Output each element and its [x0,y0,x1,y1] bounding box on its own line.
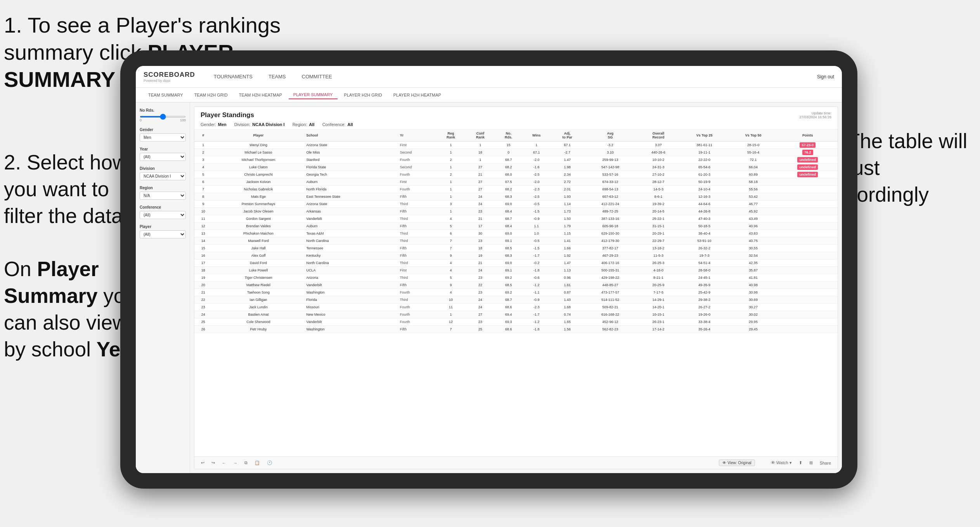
nav-tournaments[interactable]: TOURNAMENTS [207,71,260,82]
player-select[interactable]: (All) [140,230,186,238]
table-row: 15Jake HallTennesseeFifth71868.5-1.51.66… [194,245,838,252]
filter-row: Gender: Men Division: NCAA Division I Re… [201,122,353,127]
year-select[interactable]: (All) [140,153,186,161]
tablet-device: SCOREBOARD Powered by dippi TOURNAMENTS … [120,50,857,489]
logo-area: SCOREBOARD Powered by dippi [144,71,195,83]
export-btn[interactable]: ⬆ [797,460,804,466]
subnav-team-h2h-grid[interactable]: TEAM H2H GRID [190,91,232,99]
grid-btn[interactable]: ⊞ [807,460,815,466]
division-label: Division [140,166,186,171]
th-vs50: Vs Top 50 [729,130,778,142]
main-nav: TOURNAMENTS TEAMS COMMITTEE [207,71,817,82]
table-row: 7Nicholas GabrelcikNorth FloridaFourth12… [194,186,838,193]
th-points: Points [778,130,838,142]
th-avg-sg: AvgSG [584,130,637,142]
filter-conference: Conference: All [322,122,353,127]
table-row: 2Michael Le SassoOle MissSecond118067.1-… [194,149,838,156]
year-label: Year [140,147,186,151]
copy-btn[interactable]: ⧉ [242,460,249,466]
content-panel: Player Standings Gender: Men Division: N… [194,106,838,469]
table-row: 11Gordon SargentVanderbiltThird42168.7-0… [194,215,838,223]
sidebar-region: Region N/A [140,186,186,200]
panel-title: Player Standings [201,111,353,119]
region-select[interactable]: N/A [140,192,186,200]
annotation-3: On Player Summary you can also view by s… [4,256,140,363]
no-rds-slider: 0 100 [140,114,186,122]
subnav-team-summary[interactable]: TEAM SUMMARY [144,91,188,99]
th-conf-rank: ConfRank [466,130,495,142]
share-btn[interactable]: Share [818,460,833,466]
region-label: Region [140,186,186,190]
filter-region: Region: All [293,122,315,127]
table-header-row: # Player School Yr RegRank ConfRank No.R… [194,130,838,142]
sidebar-gender: Gender Men [140,128,186,142]
table-row: 26Petr HrubyWashingtonFifth72568.6-1.81.… [194,326,838,333]
table-row: 24Bastien AmatNew MexicoFourth12769.4-1.… [194,311,838,318]
app-logo-sub: Powered by dippi [144,79,195,83]
th-yr: Yr [398,130,436,142]
table-row: 20Matthew RiedelVanderbiltFifth92268.5-1… [194,282,838,289]
view-original-btn[interactable]: 👁 View: Original [719,460,755,466]
th-player: Player [212,130,305,142]
table-row: 12Brendan ValdesAuburnFifth51768.41.11.7… [194,223,838,230]
table-row: 4Luke ClatonFlorida StateSecond12768.2-1… [194,164,838,171]
clock-btn[interactable]: 🕐 [265,460,274,466]
back-btn[interactable]: ← [220,460,228,466]
gender-label: Gender [140,128,186,132]
table-row: 19Tiger ChristensenArizonaThird52369.2-0… [194,274,838,282]
annotation-2: 2. Select how you want to filter the dat… [4,149,127,230]
no-rds-range-input[interactable] [140,116,186,117]
th-no-rds: No.Rds. [495,130,522,142]
conference-select[interactable]: (All) [140,211,186,219]
table-row: 10Jacob Skov OlesenArkansasFifth12368.4-… [194,208,838,215]
sidebar: No Rds. 0 100 Gender Men [136,102,190,473]
filter-division: Division: NCAA Division I [234,122,285,127]
standings-table-container[interactable]: # Player School Yr RegRank ConfRank No.R… [194,130,838,456]
table-row: 18Luke PowellUCLAFirst42469.1-1.81.13500… [194,267,838,274]
table-row: 8Mats EgeEast Tennessee StateFifth12468.… [194,193,838,200]
player-label: Player [140,225,186,229]
undo-btn[interactable]: ↩ [199,460,206,466]
subnav-team-h2h-heatmap[interactable]: TEAM H2H HEATMAP [234,91,287,99]
subnav-player-summary[interactable]: PLAYER SUMMARY [289,91,338,99]
sidebar-year: Year (All) [140,147,186,161]
division-select[interactable]: NCAA Division I [140,172,186,180]
th-overall: OverallRecord [637,130,680,142]
tablet-screen: SCOREBOARD Powered by dippi TOURNAMENTS … [136,66,842,473]
sidebar-no-rds: No Rds. 0 100 [140,108,186,122]
standings-table: # Player School Yr RegRank ConfRank No.R… [194,130,838,333]
table-row: 1Wenyi DingArizona StateFirst1115167.1-3… [194,142,838,149]
sidebar-conference: Conference (All) [140,205,186,219]
gender-select[interactable]: Men [140,133,186,142]
header-right: Sign out [817,74,834,79]
paste-btn[interactable]: 📋 [253,460,262,466]
update-time-section: Update time: 27/03/2024 16:56:26 [799,111,831,119]
nav-teams[interactable]: TEAMS [261,71,293,82]
th-vs25: Vs Top 25 [680,130,729,142]
sidebar-player: Player (All) [140,225,186,238]
redo-btn[interactable]: ↪ [210,460,217,466]
th-reg-rank: RegRank [436,130,466,142]
th-adj: Adj.to Par [551,130,584,142]
filter-gender: Gender: Men [201,122,227,127]
sub-nav: TEAM SUMMARY TEAM H2H GRID TEAM H2H HEAT… [136,88,842,102]
table-row: 23Jack LundinMissouriFourth112468.6-2.31… [194,304,838,311]
table-row: 6Jackson KoivunAuburnFirst12767.5-2.02.7… [194,178,838,186]
panel-header: Player Standings Gender: Men Division: N… [194,107,838,130]
sign-out-link[interactable]: Sign out [817,74,834,79]
subnav-player-h2h-grid[interactable]: PLAYER H2H GRID [339,91,387,99]
th-rank: # [194,130,212,142]
table-row: 3Michael ThorbjornsenStanfordFourth2168.… [194,156,838,164]
table-row: 13Phichaksn MaichonTexas A&MThird63069.0… [194,230,838,237]
forward-btn[interactable]: → [231,460,239,466]
table-row: 16Alex GoffKentuckyFifth91968.3-1.71.924… [194,252,838,259]
table-row: 25Cole SherwoodVanderbiltFourth122369.3-… [194,318,838,326]
watch-btn[interactable]: 👁 Watch ▾ [769,460,794,466]
subnav-player-h2h-heatmap[interactable]: PLAYER H2H HEATMAP [389,91,446,99]
table-row: 5Christo LamprechtGeorgia TechFourth2216… [194,171,838,178]
app-header: SCOREBOARD Powered by dippi TOURNAMENTS … [136,66,842,88]
conference-label: Conference [140,205,186,209]
table-row: 22Ian GilliganFloridaThird102468.7-0.91.… [194,296,838,304]
nav-committee[interactable]: COMMITTEE [295,71,339,82]
table-row: 9Preston SummerhaysArizona StateThird324… [194,200,838,208]
